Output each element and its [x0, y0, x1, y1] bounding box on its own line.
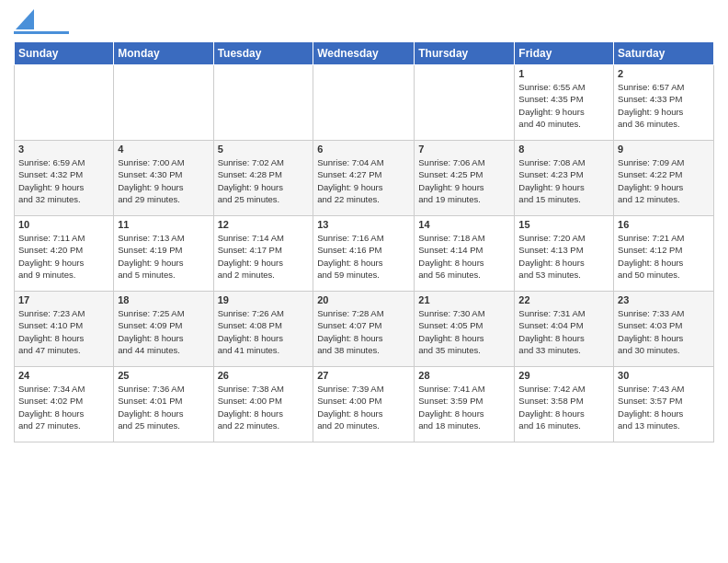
day-number: 3 — [18, 144, 109, 155]
weekday-header: Wednesday — [313, 42, 415, 65]
day-number: 20 — [317, 294, 410, 305]
day-info: Sunrise: 7:18 AM Sunset: 4:14 PM Dayligh… — [418, 232, 510, 281]
calendar-cell: 13Sunrise: 7:16 AM Sunset: 4:16 PM Dayli… — [313, 216, 415, 292]
calendar-cell: 12Sunrise: 7:14 AM Sunset: 4:17 PM Dayli… — [213, 216, 313, 292]
day-info: Sunrise: 7:08 AM Sunset: 4:23 PM Dayligh… — [518, 156, 609, 205]
day-info: Sunrise: 6:55 AM Sunset: 4:35 PM Dayligh… — [518, 81, 609, 130]
calendar-cell: 17Sunrise: 7:23 AM Sunset: 4:10 PM Dayli… — [15, 292, 114, 367]
calendar-cell: 27Sunrise: 7:39 AM Sunset: 4:00 PM Dayli… — [313, 367, 415, 442]
calendar-cell: 10Sunrise: 7:11 AM Sunset: 4:20 PM Dayli… — [15, 216, 114, 292]
day-info: Sunrise: 7:00 AM Sunset: 4:30 PM Dayligh… — [118, 156, 209, 205]
day-number: 30 — [618, 370, 710, 381]
day-number: 26 — [218, 370, 310, 381]
calendar-week-row: 10Sunrise: 7:11 AM Sunset: 4:20 PM Dayli… — [15, 216, 714, 292]
day-number: 8 — [518, 144, 609, 155]
weekday-header: Monday — [114, 42, 213, 65]
calendar-cell: 6Sunrise: 7:04 AM Sunset: 4:27 PM Daylig… — [313, 141, 415, 216]
day-number: 5 — [218, 144, 310, 155]
day-info: Sunrise: 7:21 AM Sunset: 4:12 PM Dayligh… — [618, 232, 710, 281]
day-info: Sunrise: 7:23 AM Sunset: 4:10 PM Dayligh… — [18, 307, 109, 356]
calendar-cell: 4Sunrise: 7:00 AM Sunset: 4:30 PM Daylig… — [114, 141, 213, 216]
day-info: Sunrise: 7:34 AM Sunset: 4:02 PM Dayligh… — [18, 383, 109, 431]
calendar-cell — [114, 65, 213, 141]
day-number: 23 — [618, 294, 710, 305]
day-number: 2 — [618, 68, 710, 79]
day-number: 25 — [118, 370, 209, 381]
calendar-cell: 19Sunrise: 7:26 AM Sunset: 4:08 PM Dayli… — [213, 292, 313, 367]
calendar-week-row: 17Sunrise: 7:23 AM Sunset: 4:10 PM Dayli… — [15, 292, 714, 367]
day-info: Sunrise: 7:13 AM Sunset: 4:19 PM Dayligh… — [118, 232, 209, 281]
day-info: Sunrise: 7:26 AM Sunset: 4:08 PM Dayligh… — [218, 307, 310, 356]
calendar-week-row: 3Sunrise: 6:59 AM Sunset: 4:32 PM Daylig… — [15, 141, 714, 216]
day-number: 16 — [618, 219, 710, 230]
day-info: Sunrise: 7:28 AM Sunset: 4:07 PM Dayligh… — [317, 307, 410, 356]
day-number: 10 — [18, 219, 109, 230]
calendar-cell: 14Sunrise: 7:18 AM Sunset: 4:14 PM Dayli… — [415, 216, 515, 292]
day-number: 13 — [317, 219, 410, 230]
day-info: Sunrise: 7:11 AM Sunset: 4:20 PM Dayligh… — [18, 232, 109, 281]
calendar-cell: 3Sunrise: 6:59 AM Sunset: 4:32 PM Daylig… — [15, 141, 114, 216]
calendar-cell: 16Sunrise: 7:21 AM Sunset: 4:12 PM Dayli… — [614, 216, 714, 292]
day-info: Sunrise: 7:43 AM Sunset: 3:57 PM Dayligh… — [618, 383, 710, 431]
day-info: Sunrise: 7:36 AM Sunset: 4:01 PM Dayligh… — [118, 383, 209, 431]
day-number: 11 — [118, 219, 209, 230]
day-info: Sunrise: 7:38 AM Sunset: 4:00 PM Dayligh… — [218, 383, 310, 431]
day-number: 18 — [118, 294, 209, 305]
logo-line — [14, 31, 69, 34]
day-info: Sunrise: 7:06 AM Sunset: 4:25 PM Dayligh… — [418, 156, 510, 205]
calendar-cell: 7Sunrise: 7:06 AM Sunset: 4:25 PM Daylig… — [415, 141, 515, 216]
calendar-cell: 22Sunrise: 7:31 AM Sunset: 4:04 PM Dayli… — [515, 292, 614, 367]
day-number: 21 — [418, 294, 510, 305]
calendar-body: 1Sunrise: 6:55 AM Sunset: 4:35 PM Daylig… — [15, 65, 714, 442]
calendar-cell: 29Sunrise: 7:42 AM Sunset: 3:58 PM Dayli… — [515, 367, 614, 442]
weekday-header: Friday — [515, 42, 614, 65]
calendar-cell: 20Sunrise: 7:28 AM Sunset: 4:07 PM Dayli… — [313, 292, 415, 367]
calendar-cell: 8Sunrise: 7:08 AM Sunset: 4:23 PM Daylig… — [515, 141, 614, 216]
header — [14, 9, 714, 34]
day-number: 15 — [518, 219, 609, 230]
day-info: Sunrise: 6:57 AM Sunset: 4:33 PM Dayligh… — [618, 81, 710, 130]
calendar-cell: 24Sunrise: 7:34 AM Sunset: 4:02 PM Dayli… — [15, 367, 114, 442]
svg-marker-0 — [16, 9, 34, 29]
day-info: Sunrise: 7:31 AM Sunset: 4:04 PM Dayligh… — [518, 307, 609, 356]
day-info: Sunrise: 7:16 AM Sunset: 4:16 PM Dayligh… — [317, 232, 410, 281]
day-info: Sunrise: 7:20 AM Sunset: 4:13 PM Dayligh… — [518, 232, 609, 281]
calendar-week-row: 24Sunrise: 7:34 AM Sunset: 4:02 PM Dayli… — [15, 367, 714, 442]
weekday-header: Saturday — [614, 42, 714, 65]
calendar-table: SundayMondayTuesdayWednesdayThursdayFrid… — [14, 41, 714, 442]
day-info: Sunrise: 7:14 AM Sunset: 4:17 PM Dayligh… — [218, 232, 310, 281]
day-number: 6 — [317, 144, 410, 155]
calendar-week-row: 1Sunrise: 6:55 AM Sunset: 4:35 PM Daylig… — [15, 65, 714, 141]
calendar-cell: 5Sunrise: 7:02 AM Sunset: 4:28 PM Daylig… — [213, 141, 313, 216]
day-info: Sunrise: 7:33 AM Sunset: 4:03 PM Dayligh… — [618, 307, 710, 356]
day-number: 22 — [518, 294, 609, 305]
calendar-cell — [415, 65, 515, 141]
weekday-header: Thursday — [415, 42, 515, 65]
day-number: 12 — [218, 219, 310, 230]
day-info: Sunrise: 6:59 AM Sunset: 4:32 PM Dayligh… — [18, 156, 109, 205]
calendar-cell: 21Sunrise: 7:30 AM Sunset: 4:05 PM Dayli… — [415, 292, 515, 367]
day-info: Sunrise: 7:04 AM Sunset: 4:27 PM Dayligh… — [317, 156, 410, 205]
day-info: Sunrise: 7:41 AM Sunset: 3:59 PM Dayligh… — [418, 383, 510, 431]
logo — [14, 9, 69, 34]
calendar-cell — [213, 65, 313, 141]
day-number: 9 — [618, 144, 710, 155]
day-number: 28 — [418, 370, 510, 381]
calendar-cell: 11Sunrise: 7:13 AM Sunset: 4:19 PM Dayli… — [114, 216, 213, 292]
calendar-cell: 30Sunrise: 7:43 AM Sunset: 3:57 PM Dayli… — [614, 367, 714, 442]
day-number: 17 — [18, 294, 109, 305]
day-info: Sunrise: 7:39 AM Sunset: 4:00 PM Dayligh… — [317, 383, 410, 431]
calendar-cell: 18Sunrise: 7:25 AM Sunset: 4:09 PM Dayli… — [114, 292, 213, 367]
day-number: 1 — [518, 68, 609, 79]
calendar-cell: 26Sunrise: 7:38 AM Sunset: 4:00 PM Dayli… — [213, 367, 313, 442]
calendar-cell: 2Sunrise: 6:57 AM Sunset: 4:33 PM Daylig… — [614, 65, 714, 141]
calendar-cell: 9Sunrise: 7:09 AM Sunset: 4:22 PM Daylig… — [614, 141, 714, 216]
day-number: 7 — [418, 144, 510, 155]
page-container: SundayMondayTuesdayWednesdayThursdayFrid… — [0, 0, 728, 447]
logo-icon — [16, 9, 34, 29]
calendar-cell: 15Sunrise: 7:20 AM Sunset: 4:13 PM Dayli… — [515, 216, 614, 292]
day-info: Sunrise: 7:30 AM Sunset: 4:05 PM Dayligh… — [418, 307, 510, 356]
day-number: 19 — [218, 294, 310, 305]
day-number: 24 — [18, 370, 109, 381]
day-number: 29 — [518, 370, 609, 381]
